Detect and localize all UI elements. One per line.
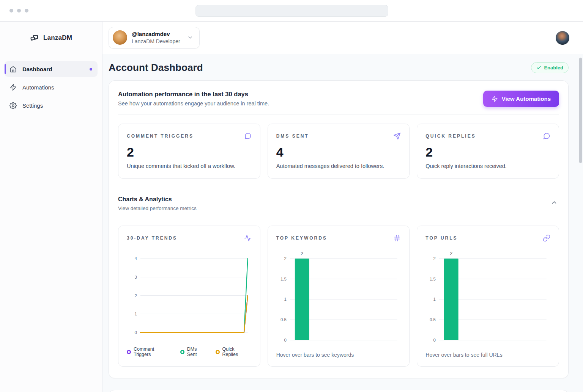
- chart-title: 30-DAY TRENDS: [127, 235, 177, 241]
- svg-text:2: 2: [284, 256, 286, 261]
- send-icon: [393, 132, 401, 140]
- stat-value: 4: [276, 145, 401, 159]
- zap-icon: [492, 96, 498, 102]
- trends-line-chart[interactable]: 01234: [127, 253, 252, 342]
- status-badge: Enabled: [531, 62, 569, 73]
- chart-card-top-keywords: TOP KEYWORDS 00.511.522 Hover over bars …: [268, 226, 410, 367]
- window-dot[interactable]: [17, 9, 21, 13]
- brand-name: LanzaDM: [43, 34, 72, 42]
- chart-title: TOP URLS: [425, 235, 457, 241]
- legend-label: Comment Triggers: [134, 347, 173, 357]
- browser-titlebar: [0, 0, 583, 22]
- stat-description: Automated messages delivered to follower…: [276, 163, 401, 169]
- performance-title: Automation performance in the last 30 da…: [118, 91, 269, 98]
- account-name: LanzaDM Developer: [132, 38, 180, 45]
- view-automations-label: View Automations: [502, 96, 551, 102]
- window-dot[interactable]: [25, 9, 28, 13]
- chevron-down-icon: [187, 34, 193, 41]
- svg-text:2: 2: [433, 256, 436, 261]
- charts-analytics-section: Charts & Analytics View detailed perform…: [118, 196, 559, 367]
- svg-text:0: 0: [433, 338, 436, 342]
- view-automations-button[interactable]: View Automations: [483, 91, 559, 107]
- stat-value: 2: [425, 145, 550, 159]
- chart-title: TOP KEYWORDS: [276, 235, 327, 241]
- legend-marker: [180, 350, 184, 354]
- legend-marker: [216, 350, 220, 354]
- svg-text:0.5: 0.5: [280, 318, 287, 322]
- keywords-bar-chart[interactable]: 00.511.522: [276, 249, 401, 344]
- window-dot[interactable]: [9, 9, 13, 13]
- svg-text:0.5: 0.5: [430, 318, 436, 322]
- svg-text:2: 2: [450, 251, 453, 256]
- legend-item: Comment Triggers: [127, 347, 173, 357]
- scrollbar-thumb[interactable]: [579, 58, 582, 163]
- stat-card-dms-sent: DMS SENT 4 Automated messages delivered …: [268, 124, 410, 179]
- svg-text:1: 1: [135, 312, 137, 317]
- status-badge-label: Enabled: [544, 65, 563, 71]
- svg-text:4: 4: [135, 256, 137, 261]
- stat-description: Unique comments that kicked off a workfl…: [127, 163, 252, 169]
- sidebar-item-label: Settings: [22, 102, 43, 109]
- user-avatar[interactable]: [556, 31, 569, 45]
- message-circle-icon: [244, 132, 252, 140]
- account-selector[interactable]: @lanzadmdev LanzaDM Developer: [109, 27, 200, 49]
- stat-card-quick-replies: QUICK REPLIES 2 Quick reply interactions…: [417, 124, 559, 179]
- sidebar-item-label: Automations: [22, 84, 54, 91]
- page-title: Account Dashboard: [109, 62, 203, 74]
- sidebar-item-settings[interactable]: Settings: [5, 97, 98, 113]
- address-bar[interactable]: [195, 5, 388, 17]
- svg-text:2: 2: [135, 293, 137, 298]
- gear-icon: [9, 102, 17, 109]
- sidebar-item-dashboard[interactable]: Dashboard: [5, 61, 98, 77]
- sidebar-item-label: Dashboard: [22, 66, 52, 72]
- chart-footer-hint: Hover over bars to see keywords: [276, 352, 401, 358]
- svg-text:3: 3: [135, 275, 137, 279]
- urls-bar-chart[interactable]: 00.511.522: [425, 249, 550, 344]
- activity-icon: [244, 234, 252, 242]
- charts-grid: 30-DAY TRENDS 01234 Comment Triggers: [118, 226, 559, 367]
- charts-section-title: Charts & Analytics: [118, 196, 197, 203]
- stat-card-comment-triggers: COMMENT TRIGGERS 2 Unique comments that …: [118, 124, 260, 179]
- top-header: @lanzadmdev LanzaDM Developer: [102, 22, 583, 54]
- sidebar: LanzaDM Dashboard Automations: [0, 22, 102, 392]
- brand: LanzaDM: [0, 22, 102, 54]
- chart-card-top-urls: TOP URLS 00.511.522 Hover over bars to s…: [417, 226, 559, 367]
- stat-value: 2: [127, 145, 252, 159]
- chart-card-30-day-trends: 30-DAY TRENDS 01234 Comment Triggers: [118, 226, 260, 367]
- home-icon: [9, 66, 17, 73]
- stat-label: DMS SENT: [276, 133, 309, 139]
- performance-subtitle: See how your automations engage your aud…: [118, 100, 269, 107]
- stat-label: COMMENT TRIGGERS: [127, 133, 194, 139]
- legend-label: Quick Replies: [222, 347, 252, 357]
- performance-card: Automation performance in the last 30 da…: [109, 80, 569, 378]
- collapse-section-button[interactable]: [549, 198, 559, 207]
- account-avatar: [113, 30, 127, 45]
- link-icon: [543, 234, 550, 242]
- chart-legend: Comment Triggers DMs Sent Quick Replies: [127, 347, 252, 358]
- svg-text:0: 0: [284, 338, 286, 342]
- sidebar-nav: Dashboard Automations Settings: [0, 54, 102, 113]
- message-circle-icon: [543, 132, 550, 140]
- next-steps-card: Next steps: [109, 390, 569, 392]
- legend-item: DMs Sent: [180, 347, 208, 357]
- dashboard-content: Account Dashboard Enabled Automation per…: [102, 54, 583, 392]
- legend-marker: [127, 350, 131, 354]
- chevron-up-icon: [551, 199, 558, 206]
- svg-text:1.5: 1.5: [430, 277, 436, 281]
- svg-text:0: 0: [135, 331, 137, 335]
- divider: [118, 114, 559, 114]
- chart-footer-hint: Hover over bars to see full URLs: [425, 352, 550, 358]
- stat-label: QUICK REPLIES: [425, 133, 476, 139]
- window-controls[interactable]: [9, 9, 28, 13]
- hash-icon: [393, 234, 401, 242]
- zap-icon: [9, 84, 17, 91]
- stats-grid: COMMENT TRIGGERS 2 Unique comments that …: [118, 124, 559, 179]
- legend-item: Quick Replies: [216, 347, 252, 357]
- chat-bubbles-logo-icon: [30, 33, 39, 42]
- sidebar-item-automations[interactable]: Automations: [5, 79, 98, 95]
- check-icon: [536, 65, 541, 70]
- account-handle: @lanzadmdev: [132, 30, 180, 38]
- legend-label: DMs Sent: [187, 347, 208, 357]
- svg-text:1: 1: [433, 297, 436, 302]
- svg-text:1.5: 1.5: [280, 277, 287, 281]
